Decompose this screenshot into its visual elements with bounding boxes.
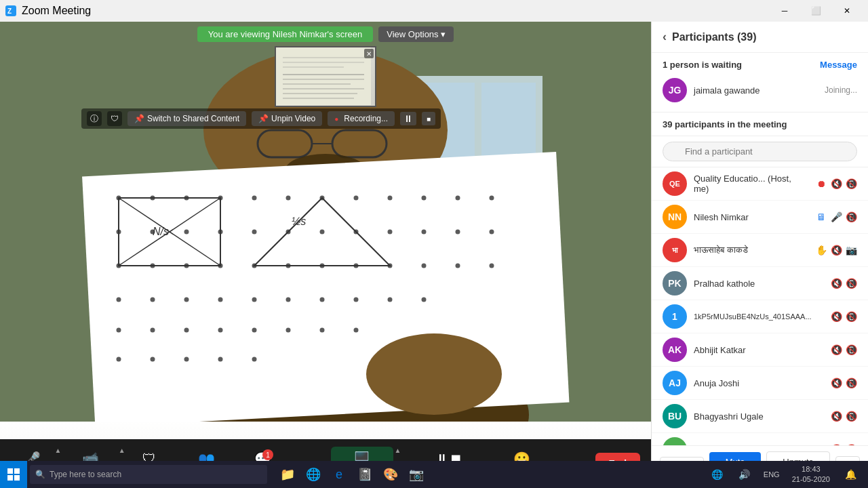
waiting-person: JG jaimala gawande Joining... <box>663 75 857 105</box>
close-button[interactable]: ✕ <box>831 0 863 22</box>
svg-point-43 <box>388 230 393 235</box>
panel-header: ‹ Participants (39) <box>652 22 868 53</box>
svg-point-41 <box>320 230 325 235</box>
participant-name: Quality Educatio... (Host, me) <box>694 174 808 194</box>
participant-item: PK Pralhad kathole 🔇 📵 <box>652 267 868 300</box>
svg-point-80 <box>218 357 223 362</box>
participant-icons: 🖥 🎤 📵 <box>815 211 857 222</box>
participant-icons: 🔇 📵 <box>830 278 857 289</box>
message-button[interactable]: Message <box>820 60 857 70</box>
taskbar-app-paint[interactable]: 🎨 <box>378 462 403 487</box>
meeting-section: 39 participants in the meeting <box>652 113 868 136</box>
taskbar-app-chrome[interactable]: 🌐 <box>301 462 326 487</box>
svg-point-28 <box>286 196 291 201</box>
svg-point-61 <box>184 298 189 302</box>
waiting-avatar: JG <box>663 78 687 102</box>
avatar: भा <box>663 238 687 262</box>
thumbnail-content <box>276 47 375 106</box>
system-clock: 18:43 21-05-2020 <box>787 464 835 485</box>
avatar: QE <box>663 171 687 196</box>
video-icon: 📵 <box>845 211 857 222</box>
screen-share-bar: You are viewing Nilesh Nimkar's screen V… <box>0 22 651 46</box>
meeting-participants-title: 39 participants in the meeting <box>663 119 787 129</box>
info-icon[interactable]: ⓘ <box>87 111 102 126</box>
svg-point-31 <box>388 196 393 201</box>
pause-button[interactable]: ⏸ <box>400 112 416 125</box>
svg-point-69 <box>117 328 121 333</box>
svg-point-88 <box>366 333 502 415</box>
svg-point-68 <box>422 298 427 302</box>
participants-panel: ‹ Participants (39) 1 person is waiting … <box>651 22 868 488</box>
view-options-button[interactable]: View Options ▾ <box>378 26 454 42</box>
hand-icon: ✋ <box>815 245 827 256</box>
taskbar-app-file-explorer[interactable]: 📁 <box>275 462 300 487</box>
svg-text:Z: Z <box>7 7 12 15</box>
svg-point-46 <box>490 230 494 235</box>
participant-item: QE Quality Educatio... (Host, me) ⏺ 🔇 📵 <box>652 167 868 201</box>
search-icon: 🔍 <box>35 470 45 479</box>
start-button[interactable] <box>0 461 27 488</box>
taskbar-app-onenote[interactable]: 📓 <box>353 462 377 487</box>
svg-point-37 <box>184 230 189 235</box>
waiting-title: 1 person is waiting <box>663 60 742 70</box>
waiting-section: 1 person is waiting Message JG jaimala g… <box>652 53 868 113</box>
screen-share-indicator: You are viewing Nilesh Nimkar's screen <box>197 26 373 42</box>
participant-search-input[interactable] <box>663 142 857 161</box>
participant-name: भाऊसाहेब काकडे <box>694 245 808 256</box>
main-layout: You are viewing Nilesh Nimkar's screen V… <box>0 22 868 488</box>
avatar: 1 <box>663 304 687 329</box>
sharing-icon: 🖥 <box>815 211 827 222</box>
stop-button[interactable]: ■ <box>422 112 435 125</box>
minimize-button[interactable]: ─ <box>769 0 800 22</box>
participant-icons: ⏺ 🔇 📵 <box>815 178 857 189</box>
svg-point-66 <box>354 298 359 302</box>
mic-icon: 🔇 <box>830 278 842 289</box>
notifications-icon[interactable]: 🔔 <box>838 461 863 488</box>
shield-icon[interactable]: 🛡 <box>107 111 122 126</box>
svg-point-62 <box>218 298 223 302</box>
waiting-person-name: jaimala gawande <box>694 85 760 96</box>
taskbar-search[interactable]: 🔍 Type here to search <box>30 465 267 484</box>
panel-back-button[interactable]: ‹ <box>663 30 667 44</box>
svg-point-72 <box>218 328 223 333</box>
svg-point-57 <box>456 264 460 268</box>
taskbar-app-edge[interactable]: e <box>327 462 351 487</box>
participants-list: QE Quality Educatio... (Host, me) ⏺ 🔇 📵 … <box>652 167 868 445</box>
svg-rect-92 <box>14 475 20 481</box>
svg-text:N/s: N/s <box>153 226 169 237</box>
svg-point-27 <box>252 196 257 201</box>
taskbar-app-camera[interactable]: 📷 <box>404 462 429 487</box>
svg-point-34 <box>490 196 494 201</box>
window-title: Zoom Meeting <box>22 5 91 17</box>
thumbnail-close-button[interactable]: ✕ <box>364 49 374 58</box>
panel-title: Participants (39) <box>672 31 756 43</box>
mic-icon: 🎤 <box>830 211 842 222</box>
language-icon: ENG <box>760 461 784 488</box>
network-icon[interactable]: 🌐 <box>705 461 730 488</box>
svg-point-56 <box>422 264 427 268</box>
unpin-video-button[interactable]: 📌 Unpin Video <box>252 111 322 126</box>
video-status-icon: 📵 <box>845 178 857 189</box>
recording-button[interactable]: Recording... <box>328 111 395 126</box>
video-icon: 📵 <box>845 311 857 322</box>
participant-name: Bhagyashri Ugale <box>694 411 823 422</box>
participant-name: 1kP5rMUJsuBE4NzUs_401SAAA... <box>694 312 823 321</box>
svg-point-79 <box>184 357 189 362</box>
participant-name: Nilesh Nimkar <box>694 212 808 222</box>
taskbar: 🔍 Type here to search 📁 🌐 e 📓 🎨 📷 🌐 🔊 EN… <box>0 461 868 488</box>
switch-content-button[interactable]: 📌 Switch to Shared Content <box>127 111 246 126</box>
participant-item: BU Bhagyashri Ugale 🔇 📵 <box>652 400 868 433</box>
svg-point-67 <box>388 298 393 302</box>
participant-name: Pralhad kathole <box>694 279 823 289</box>
mic-icon: 🔇 <box>830 245 842 256</box>
recording-status-icon: ⏺ <box>815 178 827 189</box>
svg-point-60 <box>151 298 155 302</box>
controls-overlay: ⓘ 🛡 📌 Switch to Shared Content 📌 Unpin V… <box>81 108 441 129</box>
video-icon: 📵 <box>845 378 857 388</box>
video-icon: 📷 <box>845 245 857 256</box>
participant-icons: ✋ 🔇 📷 <box>815 245 857 256</box>
maximize-button[interactable]: ⬜ <box>800 0 831 22</box>
svg-point-30 <box>354 196 359 201</box>
volume-icon[interactable]: 🔊 <box>732 461 757 488</box>
svg-point-44 <box>422 230 427 235</box>
